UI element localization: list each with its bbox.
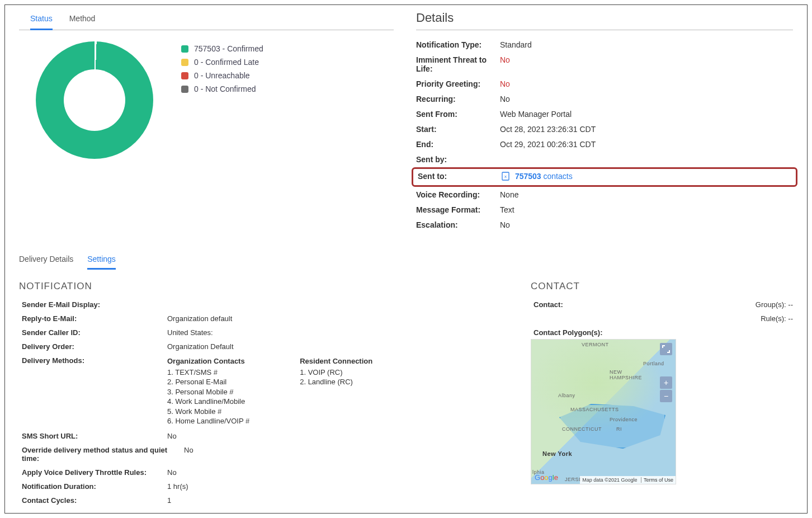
setting-duration: Notification Duration: 1 hr(s) bbox=[19, 482, 497, 491]
legend-confirmed[interactable]: 757503 - Confirmed bbox=[181, 44, 263, 53]
resident-connection-list: Resident Connection 1. VOIP (RC) 2. Land… bbox=[300, 356, 372, 426]
map-place: Portland bbox=[643, 361, 664, 366]
legend-confirmed-late[interactable]: 0 - Confirmed Late bbox=[181, 58, 263, 67]
lower-tabs: Delivery Details Settings bbox=[19, 252, 793, 270]
contact-polygon-map[interactable]: VERMONT NEW HAMPSHIRE Portland Albany MA… bbox=[531, 339, 676, 484]
sent-to-contacts-link[interactable]: contacts bbox=[544, 172, 573, 181]
polygon-heading: Contact Polygon(s): bbox=[531, 328, 793, 337]
setting-delivery-methods: Delivery Methods: Organization Contacts … bbox=[19, 356, 497, 426]
detail-imminent-threat: Imminent Threat to Life: No bbox=[416, 55, 793, 73]
map-place: New York bbox=[542, 450, 572, 457]
detail-voice-recording: Voice Recording: None bbox=[416, 190, 793, 199]
swatch-green bbox=[181, 45, 188, 53]
legend-not-confirmed[interactable]: 0 - Not Confirmed bbox=[181, 84, 263, 93]
contact-row: Contact: Group(s): -- bbox=[531, 300, 793, 309]
map-attribution: Map data ©2021 Google Terms of Use bbox=[580, 476, 676, 484]
chart-legend: 757503 - Confirmed 0 - Confirmed Late 0 … bbox=[181, 44, 263, 98]
setting-throttle: Apply Voice Delivery Throttle Rules: No bbox=[19, 468, 497, 477]
map-place: Albany bbox=[558, 393, 575, 398]
detail-sent-from: Sent From: Web Manager Portal bbox=[416, 110, 793, 119]
map-place: VERMONT bbox=[582, 342, 609, 347]
top-tabs: Status Method bbox=[19, 11, 394, 30]
setting-sender-email: Sender E-Mail Display: bbox=[19, 300, 497, 309]
detail-notification-type: Notification Type: Standard bbox=[416, 40, 793, 49]
google-logo: Google bbox=[535, 473, 558, 482]
detail-end: End: Oct 29, 2021 00:26:31 CDT bbox=[416, 140, 793, 149]
detail-sent-by: Sent by: bbox=[416, 155, 793, 164]
detail-message-format: Message Format: Text bbox=[416, 205, 793, 214]
legend-label: 0 - Confirmed Late bbox=[194, 58, 259, 67]
swatch-gray bbox=[181, 86, 188, 93]
map-place: MASSACHUSETTS bbox=[570, 407, 619, 412]
detail-sent-to: Sent to: x 757503 contacts bbox=[418, 172, 791, 182]
legend-label: 0 - Unreachable bbox=[194, 71, 250, 80]
setting-sms-short-url: SMS Short URL: No bbox=[19, 432, 497, 440]
org-contacts-list: Organization Contacts 1. TEXT/SMS # 2. P… bbox=[167, 356, 249, 426]
contact-heading: CONTACT bbox=[531, 281, 793, 292]
status-donut-chart bbox=[36, 41, 153, 159]
tab-method[interactable]: Method bbox=[69, 11, 96, 30]
rules-row: Rule(s): -- bbox=[531, 314, 793, 323]
swatch-red bbox=[181, 72, 188, 79]
setting-caller-id: Sender Caller ID: United States: bbox=[19, 328, 497, 337]
fullscreen-icon[interactable] bbox=[660, 343, 672, 355]
legend-unreachable[interactable]: 0 - Unreachable bbox=[181, 71, 263, 80]
setting-cycles: Contact Cycles: 1 bbox=[19, 496, 497, 505]
export-icon[interactable]: x bbox=[502, 172, 509, 182]
tab-status[interactable]: Status bbox=[30, 11, 53, 30]
contact-section: CONTACT Contact: Group(s): -- Rule(s): -… bbox=[531, 281, 793, 510]
swatch-yellow bbox=[181, 59, 188, 66]
setting-override: Override delivery method status and quie… bbox=[19, 446, 497, 463]
details-panel: Details Notification Type: Standard Immi… bbox=[416, 11, 793, 236]
setting-delivery-order: Delivery Order: Organization Default bbox=[19, 342, 497, 351]
legend-label: 0 - Not Confirmed bbox=[194, 84, 256, 93]
tab-settings[interactable]: Settings bbox=[87, 252, 116, 270]
setting-reply-to: Reply-to E-Mail: Organization default bbox=[19, 314, 497, 323]
svg-text:x: x bbox=[504, 174, 507, 179]
map-place: Providence bbox=[610, 417, 638, 422]
map-place: NEW HAMPSHIRE bbox=[610, 369, 642, 380]
zoom-out-icon[interactable]: − bbox=[660, 390, 672, 402]
legend-label: 757503 - Confirmed bbox=[194, 44, 263, 53]
zoom-in-icon[interactable]: + bbox=[660, 376, 672, 389]
detail-recurring: Recurring: No bbox=[416, 95, 793, 103]
terms-link[interactable]: Terms of Use bbox=[641, 477, 673, 483]
status-panel: Status Method 757503 - Confirmed 0 - Con… bbox=[19, 11, 394, 236]
notification-heading: NOTIFICATION bbox=[19, 281, 497, 292]
sent-to-count-link[interactable]: 757503 bbox=[515, 172, 541, 181]
details-heading: Details bbox=[416, 11, 793, 30]
detail-escalation: Escalation: No bbox=[416, 220, 793, 229]
detail-priority-greeting: Priority Greeting: No bbox=[416, 79, 793, 88]
detail-start: Start: Oct 28, 2021 23:26:31 CDT bbox=[416, 125, 793, 134]
map-place: CONNECTICUT bbox=[562, 426, 602, 432]
tab-delivery-details[interactable]: Delivery Details bbox=[19, 252, 73, 270]
notification-section: NOTIFICATION Sender E-Mail Display: Repl… bbox=[19, 281, 497, 510]
map-place: RI bbox=[616, 426, 622, 432]
sent-to-highlight: Sent to: x 757503 contacts bbox=[412, 167, 797, 187]
